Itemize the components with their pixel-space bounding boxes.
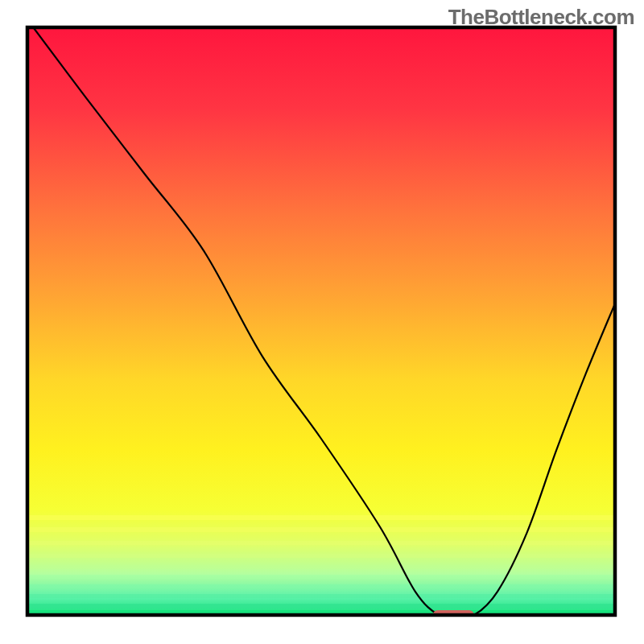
watermark-text: TheBottleneck.com xyxy=(448,5,634,30)
svg-rect-8 xyxy=(27,594,615,598)
svg-rect-9 xyxy=(27,604,615,609)
chart-svg xyxy=(0,0,644,644)
plot-background xyxy=(27,27,615,615)
svg-rect-7 xyxy=(27,584,615,588)
svg-rect-6 xyxy=(27,575,615,579)
svg-rect-3 xyxy=(27,541,615,545)
svg-rect-4 xyxy=(27,554,615,558)
svg-rect-5 xyxy=(27,565,615,569)
chart-frame: TheBottleneck.com xyxy=(0,0,644,644)
svg-rect-1 xyxy=(27,515,615,520)
